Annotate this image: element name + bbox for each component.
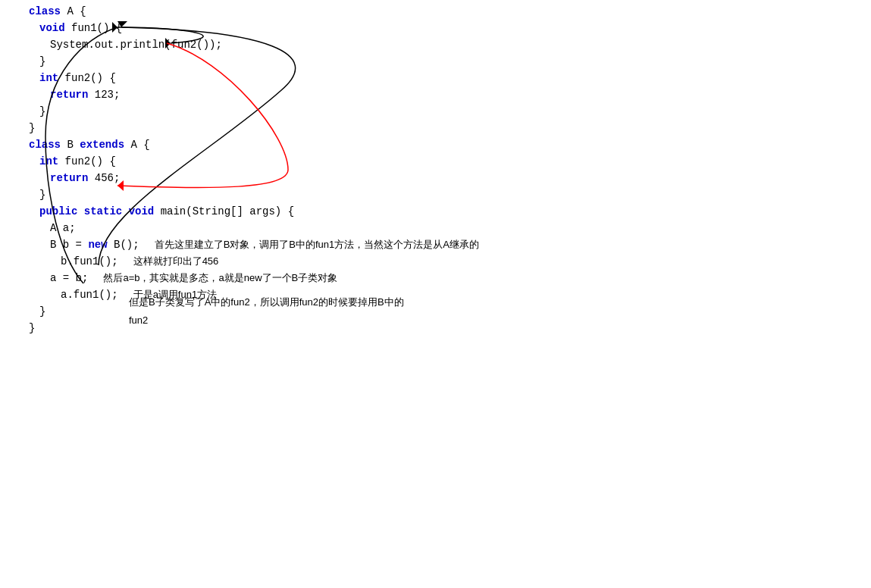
code-line: return 456; (6, 170, 479, 186)
code-line: A a; (6, 220, 479, 236)
annotation-text: 然后a=b，其实就是多态，a就是new了一个B子类对象 (103, 270, 337, 286)
block-annotation-2: fun2 (129, 314, 148, 326)
code-line: } (6, 186, 479, 203)
code-line: } (6, 320, 479, 336)
code-line: } (6, 103, 479, 120)
code-line: public static void main(String[] args) { (6, 203, 479, 220)
code-line: class A { (6, 3, 479, 20)
code-line: int fun2() { (6, 153, 479, 170)
code-line: b.fun1();这样就打印出了456 (6, 253, 479, 270)
code-editor: class A {void fun1() {System.out.println… (0, 0, 479, 339)
block-annotation-1: 但是B子类复写了A中的fun2，所以调用fun2的时候要掉用B中的 (129, 296, 404, 309)
code-line: } (6, 120, 479, 136)
code-line: void fun1() { (6, 20, 479, 36)
code-line: int fun2() { (6, 70, 479, 86)
code-line: a = b;然后a=b，其实就是多态，a就是new了一个B子类对象 (6, 270, 479, 286)
annotation-text: 这样就打印出了456 (133, 253, 219, 270)
code-line: System.out.println(fun2()); (6, 36, 479, 53)
code-line: return 123; (6, 86, 479, 103)
code-line: B b = new B();首先这里建立了B对象，调用了B中的fun1方法，当然… (6, 236, 479, 253)
code-line: class B extends A { (6, 136, 479, 153)
annotation-text: 首先这里建立了B对象，调用了B中的fun1方法，当然这个方法是从A继承的 (155, 236, 479, 253)
code-line: } (6, 53, 479, 70)
